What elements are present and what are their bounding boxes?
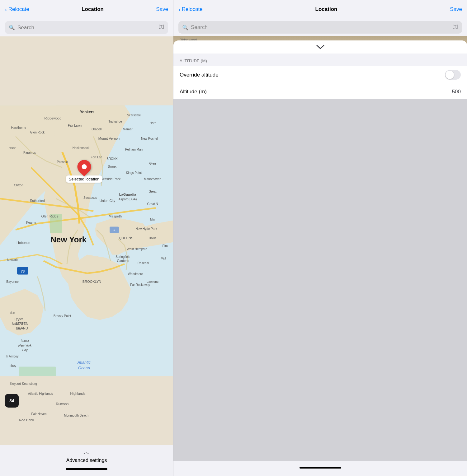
right-nav-bar: ‹ Relocate Location Save: [173, 0, 467, 19]
svg-text:Maspeth: Maspeth: [109, 214, 122, 218]
svg-text:Red Bank: Red Bank: [19, 418, 34, 422]
altitude-value[interactable]: 500: [452, 89, 461, 95]
svg-text:Great N: Great N: [147, 202, 158, 206]
svg-text:Lower: Lower: [21, 339, 29, 343]
svg-text:Monmouth Beach: Monmouth Beach: [64, 414, 88, 417]
svg-text:Hollis: Hollis: [149, 236, 156, 240]
sheet-handle[interactable]: [173, 40, 467, 54]
svg-text:Kearny: Kearny: [26, 221, 36, 224]
left-map[interactable]: 78 ✈ Ridgewood Glen Rock Hawthorne erson: [0, 36, 173, 445]
right-home-indicator: [300, 467, 341, 469]
altitude-label: Altitude (m): [180, 89, 207, 95]
svg-text:Highlands: Highlands: [70, 392, 86, 395]
location-pin[interactable]: Selected location: [66, 160, 102, 183]
svg-text:Kings Point: Kings Point: [126, 171, 142, 175]
right-back-button[interactable]: ‹ Relocate: [178, 6, 203, 13]
pin-inner: [82, 164, 87, 169]
svg-text:BROOKLYN: BROOKLYN: [83, 280, 101, 283]
svg-text:Union City: Union City: [100, 199, 116, 203]
map-badge[interactable]: 34: [5, 394, 19, 408]
svg-text:Yonkers: Yonkers: [80, 110, 95, 114]
svg-text:Harr: Harr: [149, 121, 156, 125]
svg-text:Bay: Bay: [22, 348, 28, 352]
svg-text:New York: New York: [18, 344, 32, 347]
svg-text:Springfield: Springfield: [116, 255, 130, 259]
right-home-indicator-container: [173, 461, 467, 476]
svg-text:Min: Min: [150, 218, 155, 221]
left-search-input[interactable]: [17, 25, 156, 31]
override-altitude-toggle[interactable]: [445, 70, 461, 80]
svg-text:Clifton: Clifton: [14, 183, 23, 187]
svg-text:Keyport: Keyport: [10, 382, 21, 385]
right-back-label: Relocate: [182, 6, 203, 12]
left-save-button[interactable]: Save: [156, 6, 168, 12]
settings-sheet: ALTITUDE (M) Override altitude Altitude …: [173, 54, 467, 461]
svg-text:Glen Rock: Glen Rock: [30, 131, 45, 134]
svg-text:Upper: Upper: [14, 317, 23, 321]
right-search-container: 🔍: [173, 19, 467, 36]
svg-text:Manorhaven: Manorhaven: [144, 177, 161, 181]
svg-text:Secaucus: Secaucus: [83, 196, 97, 199]
svg-text:✈: ✈: [113, 229, 116, 232]
right-search-icon: 🔍: [182, 25, 188, 30]
svg-text:Oradell: Oradell: [92, 128, 101, 131]
toggle-thumb: [446, 71, 454, 79]
svg-text:Tuckahoe: Tuckahoe: [108, 120, 122, 123]
svg-text:New York: New York: [50, 235, 87, 244]
svg-text:ISLAND: ISLAND: [16, 326, 28, 330]
left-back-chevron-icon: ‹: [5, 6, 7, 13]
svg-text:Mamar: Mamar: [123, 128, 133, 131]
left-search-icon: 🔍: [9, 25, 15, 30]
left-back-label: Relocate: [8, 6, 29, 12]
svg-text:BRONX: BRONX: [106, 157, 118, 161]
svg-text:Great: Great: [149, 190, 156, 193]
svg-text:LaGuardia: LaGuardia: [119, 193, 136, 196]
svg-text:Hackensack: Hackensack: [73, 146, 90, 150]
svg-text:New Hyde Park: New Hyde Park: [135, 227, 157, 231]
svg-text:Glen: Glen: [149, 162, 156, 165]
svg-rect-12: [19, 367, 56, 376]
svg-text:Cliffside Park: Cliffside Park: [101, 177, 121, 181]
empty-settings-area: [173, 99, 467, 461]
svg-text:Pelham Man: Pelham Man: [125, 148, 143, 151]
svg-text:Rutherford: Rutherford: [30, 199, 45, 203]
svg-text:Fair Haven: Fair Haven: [31, 412, 47, 416]
left-home-indicator: [66, 468, 107, 470]
right-back-chevron-icon: ‹: [178, 6, 181, 13]
left-map-icon: [158, 24, 164, 31]
svg-text:STATEN: STATEN: [15, 322, 28, 325]
svg-text:Airport (LGA): Airport (LGA): [119, 198, 137, 201]
svg-text:Fair Lawn: Fair Lawn: [68, 124, 82, 127]
left-panel: ‹ Relocate Location Save 🔍: [0, 0, 173, 476]
svg-text:Hoboken: Hoboken: [17, 241, 30, 245]
left-nav-bar: ‹ Relocate Location Save: [0, 0, 173, 19]
svg-text:erson: erson: [8, 146, 16, 150]
svg-text:Rumson: Rumson: [56, 402, 69, 406]
drawer-up-arrow-icon: ︿: [83, 449, 90, 455]
svg-text:h Amboy: h Amboy: [7, 355, 19, 358]
override-altitude-row: Override altitude: [173, 66, 467, 84]
svg-text:QUEENS: QUEENS: [119, 236, 133, 240]
right-map-icon: [452, 24, 458, 31]
pin-bubble: [74, 157, 94, 176]
svg-text:Gardens: Gardens: [117, 259, 129, 263]
svg-text:New Rochel: New Rochel: [141, 137, 158, 140]
svg-text:Paramus: Paramus: [23, 151, 36, 154]
right-save-button[interactable]: Save: [450, 6, 462, 12]
bottom-drawer[interactable]: ︿ Advanced settings: [0, 445, 173, 476]
altitude-section-label: ALTITUDE (M): [173, 54, 467, 66]
right-search-input[interactable]: [191, 24, 450, 30]
svg-text:Rosedal: Rosedal: [138, 261, 149, 265]
advanced-settings-label: Advanced settings: [66, 458, 107, 463]
svg-text:Far Rockaway: Far Rockaway: [130, 283, 150, 287]
svg-text:Bronx: Bronx: [108, 165, 117, 168]
right-search-bar[interactable]: 🔍: [178, 21, 462, 34]
svg-text:Breezy Point: Breezy Point: [54, 314, 71, 318]
right-nav-title: Location: [315, 6, 337, 12]
svg-text:Fort Lee: Fort Lee: [91, 156, 102, 159]
left-search-bar[interactable]: 🔍: [5, 21, 168, 34]
left-back-button[interactable]: ‹ Relocate: [5, 6, 29, 13]
svg-text:Mount Vernon: Mount Vernon: [98, 137, 120, 140]
svg-text:Ridgewood: Ridgewood: [44, 116, 61, 120]
svg-text:Vall: Vall: [161, 257, 166, 260]
